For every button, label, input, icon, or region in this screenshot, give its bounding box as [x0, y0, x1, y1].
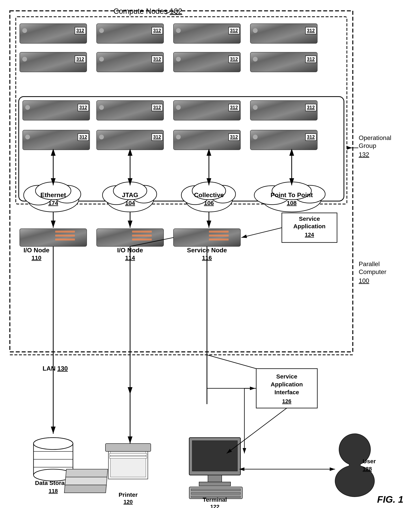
svg-point-25 — [176, 57, 181, 61]
svg-text:Service: Service — [276, 373, 297, 380]
svg-text:312: 312 — [230, 28, 238, 33]
svg-text:312: 312 — [307, 134, 315, 140]
terminal-icon — [189, 438, 243, 499]
svg-point-49 — [25, 135, 30, 139]
blade-r1c0: 312 — [20, 52, 87, 72]
svg-text:Printer: Printer — [119, 492, 138, 498]
blade-r2c0: 312 — [23, 101, 90, 120]
operational-group-number: 132 — [359, 151, 369, 158]
svg-point-45 — [253, 105, 258, 110]
collective-cloud: Collective 106 — [181, 182, 236, 212]
blade-r1c1: 312 — [96, 52, 164, 72]
svg-text:Application: Application — [271, 381, 303, 388]
svg-point-5 — [99, 28, 104, 33]
blade-r3c2: 312 — [173, 130, 240, 150]
user-icon — [335, 434, 375, 497]
svg-rect-93 — [20, 229, 87, 247]
svg-text:108: 108 — [287, 200, 297, 206]
svg-rect-96 — [55, 239, 75, 240]
svg-text:312: 312 — [230, 56, 238, 62]
svg-point-53 — [99, 135, 104, 139]
parallel-computer-label2: Computer — [359, 268, 386, 275]
svg-text:312: 312 — [307, 105, 315, 110]
svg-rect-156 — [191, 493, 240, 494]
figure-label: FIG. 1 — [377, 494, 403, 505]
point-to-point-cloud: Point To Point 108 — [254, 182, 325, 212]
lan-label: LAN 130 — [43, 365, 68, 372]
svg-text:I/O Node: I/O Node — [23, 247, 50, 254]
svg-text:120: 120 — [124, 499, 133, 505]
svg-rect-101 — [132, 235, 152, 237]
svg-text:312: 312 — [153, 105, 161, 110]
operational-group-label2: Group — [359, 142, 376, 149]
svg-rect-144 — [105, 444, 151, 451]
svg-text:Point To Point: Point To Point — [271, 191, 313, 199]
svg-line-118 — [242, 228, 282, 238]
svg-point-57 — [176, 135, 181, 139]
svg-text:110: 110 — [31, 254, 41, 261]
svg-text:Interface: Interface — [274, 389, 299, 396]
svg-rect-155 — [191, 489, 240, 491]
blade-r0c1: 312 — [96, 24, 164, 43]
svg-rect-142 — [109, 453, 147, 455]
svg-point-61 — [253, 135, 258, 139]
operational-group-label: Operational — [359, 134, 391, 141]
svg-point-37 — [99, 105, 104, 110]
svg-text:312: 312 — [76, 28, 84, 33]
blade-r0c3: 312 — [250, 24, 317, 43]
svg-text:126: 126 — [282, 398, 292, 404]
svg-point-134 — [34, 438, 73, 449]
svg-point-13 — [253, 28, 258, 33]
ethernet-cloud: Ethernet 174 — [24, 182, 81, 212]
svg-text:128: 128 — [363, 466, 372, 472]
svg-text:122: 122 — [210, 504, 220, 508]
svg-text:118: 118 — [49, 488, 58, 494]
svg-text:Service: Service — [299, 216, 320, 222]
blade-r3c1: 312 — [96, 130, 164, 150]
svg-text:312: 312 — [153, 134, 161, 140]
jtag-cloud: JTAG 104 — [103, 182, 157, 212]
svg-point-17 — [22, 57, 27, 61]
diagram-container: Compute Nodes 102 312 312 312 — [0, 0, 420, 508]
blade-r2c3: 312 — [250, 101, 317, 120]
svg-point-21 — [99, 57, 104, 61]
svg-point-1 — [22, 28, 27, 33]
printer-icon — [64, 444, 151, 493]
svg-text:312: 312 — [153, 28, 161, 33]
svg-rect-108 — [209, 239, 229, 240]
diagram-svg: Compute Nodes 102 312 312 312 — [0, 0, 420, 508]
svg-rect-153 — [199, 482, 231, 486]
svg-text:312: 312 — [307, 28, 315, 33]
blade-r1c2: 312 — [173, 52, 240, 72]
svg-rect-95 — [55, 235, 75, 237]
svg-rect-94 — [55, 231, 75, 233]
svg-text:Application: Application — [293, 223, 325, 230]
svg-text:106: 106 — [204, 200, 214, 206]
svg-text:312: 312 — [79, 134, 87, 140]
svg-line-166 — [227, 408, 287, 453]
svg-point-9 — [176, 28, 181, 33]
blade-r0c0: 312 — [20, 24, 87, 43]
svg-rect-147 — [64, 485, 106, 493]
parallel-computer-number: 100 — [359, 277, 369, 284]
svg-rect-100 — [132, 231, 152, 233]
svg-text:JTAG: JTAG — [122, 191, 138, 199]
svg-rect-102 — [132, 239, 152, 240]
svg-point-29 — [253, 57, 258, 61]
blade-r1c3: 312 — [250, 52, 317, 72]
svg-point-33 — [25, 105, 30, 110]
svg-rect-105 — [173, 229, 240, 247]
svg-rect-143 — [109, 456, 147, 458]
svg-line-130 — [207, 355, 256, 369]
svg-text:312: 312 — [153, 56, 161, 62]
svg-text:104: 104 — [125, 200, 135, 206]
svg-text:174: 174 — [48, 200, 58, 206]
blade-r2c1: 312 — [96, 101, 164, 120]
svg-rect-151 — [192, 441, 237, 471]
blade-r0c2: 312 — [173, 24, 240, 43]
svg-point-41 — [176, 105, 181, 110]
blade-r3c3: 312 — [250, 130, 317, 150]
svg-text:312: 312 — [79, 105, 87, 110]
svg-text:Collective: Collective — [194, 191, 224, 199]
svg-text:312: 312 — [230, 105, 238, 110]
